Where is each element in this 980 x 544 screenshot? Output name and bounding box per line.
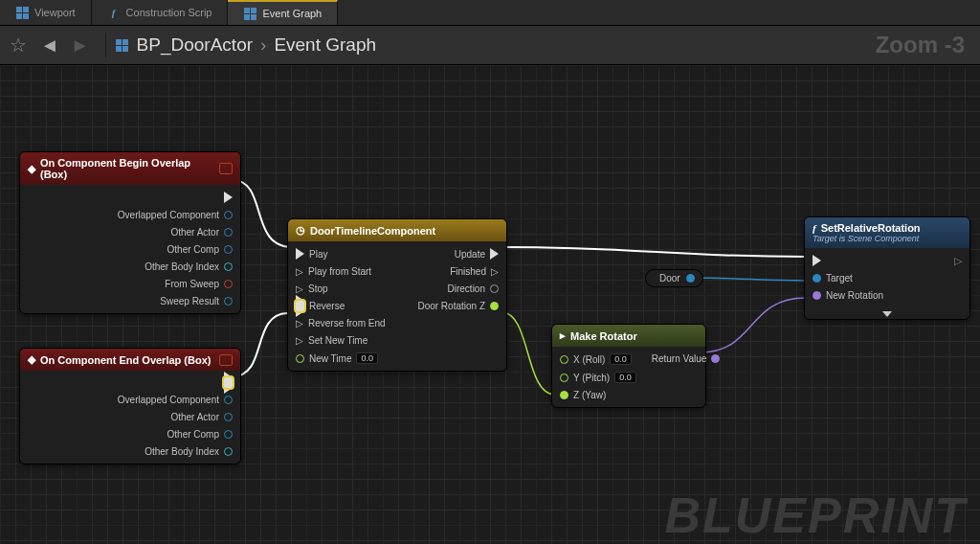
node-subtitle: Target is Scene Component <box>813 234 919 243</box>
pin-z-yaw[interactable]: Z (Yaw) <box>556 389 610 401</box>
tab-viewport[interactable]: Viewport <box>0 0 92 25</box>
node-header: ◆On Component Begin Overlap (Box) <box>20 152 240 185</box>
node-header: fSetRelativeRotation Target is Scene Com… <box>805 217 969 248</box>
toolbar: ☆ ◄ ► BP_DoorActor›Event Graph Zoom -3 <box>0 26 980 65</box>
expand-icon[interactable] <box>882 311 892 317</box>
event-icon: ◆ <box>28 163 35 175</box>
node-make-rotator[interactable]: ▸Make Rotator X (Roll)0.0 Y (Pitch)0.0 Z… <box>551 324 706 408</box>
pin-sweep-result[interactable]: Sweep Result <box>156 295 236 307</box>
pin-stop[interactable]: ▷Stop <box>292 283 332 295</box>
node-set-relative-rotation[interactable]: fSetRelativeRotation Target is Scene Com… <box>804 216 970 320</box>
pin-reverse-from-end[interactable]: ▷Reverse from End <box>292 317 390 329</box>
node-end-overlap[interactable]: ◆On Component End Overlap (Box) Overlapp… <box>19 348 241 465</box>
variable-node-door[interactable]: Door <box>645 269 703 287</box>
pin-reverse[interactable]: Reverse <box>292 300 348 312</box>
nav-back[interactable]: ◄ <box>40 34 59 57</box>
pin-new-rotation[interactable]: New Rotation <box>809 289 887 302</box>
timeline-icon: ◷ <box>296 224 305 237</box>
node-timeline[interactable]: ◷DoorTimelineComponent Play ▷Play from S… <box>287 218 507 372</box>
exec-out-pin[interactable]: ▷ <box>950 254 966 268</box>
pin-from-sweep[interactable]: From Sweep <box>161 278 236 290</box>
pin-other-body-index[interactable]: Other Body Index <box>141 445 236 458</box>
node-begin-overlap[interactable]: ◆On Component Begin Overlap (Box) Overla… <box>19 151 241 314</box>
event-icon: ◆ <box>28 353 35 366</box>
viewport-icon <box>15 6 29 19</box>
pin-door-out[interactable] <box>686 274 695 283</box>
variable-label: Door <box>659 273 680 283</box>
tab-event-graph[interactable]: Event Graph <box>228 0 338 25</box>
node-header: ▸Make Rotator <box>552 325 705 347</box>
pin-x-roll[interactable]: X (Roll)0.0 <box>556 352 635 366</box>
function-icon: f <box>813 222 816 234</box>
exec-in-pin[interactable] <box>809 254 825 267</box>
tab-construction[interactable]: fConstruction Scrip <box>92 0 229 25</box>
pin-target[interactable]: Target <box>809 272 857 284</box>
pin-other-actor[interactable]: Other Actor <box>167 226 236 238</box>
event-graph-icon <box>243 7 256 20</box>
graph-icon <box>116 38 129 52</box>
nav-forward[interactable]: ► <box>71 34 90 57</box>
function-icon: f <box>107 6 121 19</box>
delegate-icon <box>219 163 233 174</box>
pin-return-value[interactable]: Return Value <box>648 352 724 365</box>
exec-out-pin[interactable] <box>220 376 236 389</box>
node-header: ◆On Component End Overlap (Box) <box>20 349 240 371</box>
pin-update[interactable]: Update <box>451 247 502 261</box>
pin-direction[interactable]: Direction <box>444 283 502 295</box>
pin-y-pitch[interactable]: Y (Pitch)0.0 <box>556 371 640 384</box>
pin-overlapped-component[interactable]: Overlapped Component <box>114 394 236 406</box>
zoom-indicator: Zoom -3 <box>876 32 965 58</box>
pin-other-body-index[interactable]: Other Body Index <box>141 261 236 273</box>
favorite-icon[interactable]: ☆ <box>10 34 27 57</box>
pin-other-comp[interactable]: Other Comp <box>164 243 236 256</box>
pin-set-new-time[interactable]: ▷Set New Time <box>292 334 371 347</box>
watermark: BLUEPRINT <box>664 487 967 544</box>
exec-out-pin[interactable] <box>220 191 236 204</box>
graph-canvas[interactable]: ◆On Component Begin Overlap (Box) Overla… <box>0 65 980 544</box>
pin-play[interactable]: Play <box>292 247 331 261</box>
breadcrumb[interactable]: BP_DoorActor›Event Graph <box>137 34 376 56</box>
pin-door-rotation-z[interactable]: Door Rotation Z <box>413 300 502 312</box>
struct-icon: ▸ <box>560 329 566 342</box>
node-header: ◷DoorTimelineComponent <box>288 219 506 241</box>
separator <box>105 33 106 57</box>
pin-new-time[interactable]: New Time0.0 <box>292 351 382 365</box>
pin-other-actor[interactable]: Other Actor <box>167 411 236 423</box>
pin-play-from-start[interactable]: ▷Play from Start <box>292 265 375 278</box>
pin-overlapped-component[interactable]: Overlapped Component <box>114 209 236 221</box>
delegate-icon <box>219 354 233 366</box>
pin-other-comp[interactable]: Other Comp <box>164 428 236 441</box>
graph-tabs: Viewport fConstruction Scrip Event Graph <box>0 0 980 26</box>
pin-finished[interactable]: Finished▷ <box>446 265 502 278</box>
